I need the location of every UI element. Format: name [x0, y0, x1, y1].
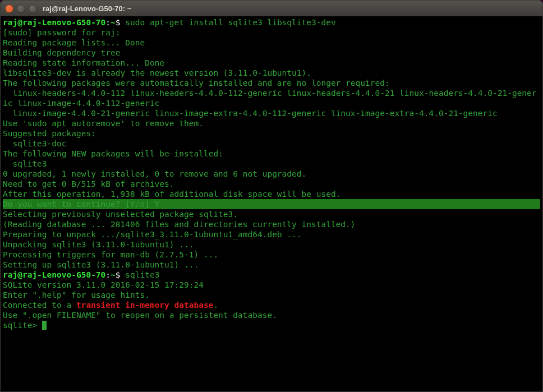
window-title: raj@raj-Lenovo-G50-70: ~	[43, 4, 131, 13]
cursor-icon	[42, 321, 47, 330]
output-line: Connected to a transient in-memory datab…	[3, 300, 540, 310]
prompt-sep: :	[105, 18, 111, 27]
output-line: Need to get 0 B/515 kB of archives.	[3, 179, 540, 189]
output-line: Preparing to unpack .../sqlite3_3.11.0-1…	[3, 229, 540, 239]
output-line: After this operation, 1,938 kB of additi…	[3, 189, 540, 199]
sqlite-prompt-line: sqlite>	[3, 320, 540, 330]
command-text: sudo apt-get install sqlite3 libsqlite3-…	[121, 18, 336, 27]
terminal-body[interactable]: raj@raj-Lenovo-G50-70:~$ sudo apt-get in…	[1, 16, 542, 391]
window-controls	[5, 4, 37, 13]
prompt-userhost: raj@raj-Lenovo-G50-70	[3, 270, 105, 279]
transient-db-text: transient in-memory database	[76, 301, 213, 310]
output-line: sqlite3	[3, 159, 540, 169]
minimize-icon[interactable]	[17, 4, 25, 13]
prompt-path: ~	[111, 270, 116, 279]
output-line: (Reading database ... 281406 files and d…	[3, 219, 540, 229]
prompt-sep: :	[105, 270, 111, 279]
output-line: Use 'sudo apt autoremove' to remove them…	[3, 118, 540, 128]
output-line: [sudo] password for raj:	[3, 27, 540, 38]
output-line: Suggested packages:	[3, 128, 540, 139]
output-line: Use ".open FILENAME" to reopen on a pers…	[3, 310, 540, 320]
output-line: Setting up sqlite3 (3.11.0-1ubuntu1) ...	[3, 260, 540, 270]
prompt-userhost: raj@raj-Lenovo-G50-70	[3, 18, 105, 27]
maximize-icon[interactable]	[29, 4, 37, 13]
output-line: The following NEW packages will be insta…	[3, 149, 540, 159]
output-line: Enter ".help" for usage hints.	[3, 290, 540, 300]
output-line: Reading state information... Done	[3, 58, 540, 68]
window-titlebar[interactable]: raj@raj-Lenovo-G50-70: ~	[1, 1, 542, 16]
output-line: SQLite version 3.11.0 2016-02-15 17:29:2…	[3, 280, 540, 290]
prompt-dollar: $	[116, 18, 121, 27]
output-line: Reading package lists... Done	[3, 38, 540, 48]
close-icon[interactable]	[5, 4, 13, 13]
output-line: Building dependency tree	[3, 48, 540, 58]
output-line: Processing triggers for man-db (2.7.5-1)…	[3, 250, 540, 260]
output-line: 0 upgraded, 1 newly installed, 0 to remo…	[3, 169, 540, 179]
output-line: Selecting previously unselected package …	[3, 209, 540, 219]
output-line: linux-headers-4.4.0-112 linux-headers-4.…	[3, 88, 540, 108]
sqlite-prompt: sqlite>	[3, 321, 42, 330]
text-segment: Connected to a	[3, 301, 76, 310]
output-line: The following packages were automaticall…	[3, 78, 540, 88]
prompt-line: raj@raj-Lenovo-G50-70:~$ sudo apt-get in…	[3, 17, 540, 27]
terminal-window: raj@raj-Lenovo-G50-70: ~ raj@raj-Lenovo-…	[0, 0, 543, 392]
prompt-line: raj@raj-Lenovo-G50-70:~$ sqlite3	[3, 270, 540, 280]
text-segment: .	[213, 301, 218, 310]
output-line: Unpacking sqlite3 (3.11.0-1ubuntu1) ...	[3, 239, 540, 250]
output-line: libsqlite3-dev is already the newest ver…	[3, 68, 540, 78]
output-line: sqlite3-doc	[3, 139, 540, 149]
output-line: linux-image-4.4.0-21-generic linux-image…	[3, 108, 540, 118]
highlighted-prompt-line: Do you want to continue? [Y/n] Y	[3, 199, 540, 209]
prompt-path: ~	[111, 18, 116, 27]
command-text: sqlite3	[121, 270, 160, 279]
prompt-dollar: $	[116, 270, 121, 279]
